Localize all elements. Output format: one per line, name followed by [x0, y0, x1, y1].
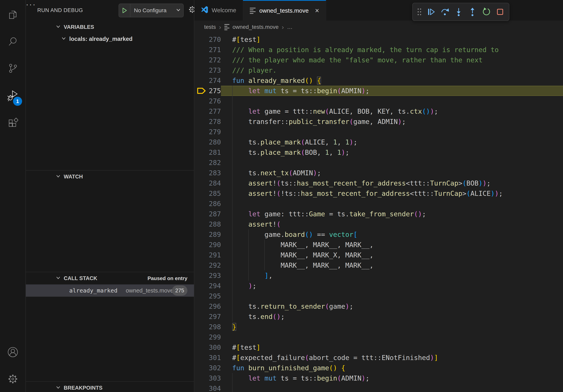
- breakpoint-gutter[interactable]: [194, 250, 209, 260]
- breakpoint-gutter[interactable]: [194, 270, 209, 281]
- line-number[interactable]: 272: [209, 55, 221, 65]
- breakpoint-gutter[interactable]: [194, 301, 209, 312]
- step-into-icon[interactable]: [452, 4, 465, 19]
- line-number[interactable]: 279: [209, 127, 221, 137]
- line-number[interactable]: 286: [209, 198, 221, 209]
- line-number[interactable]: 276: [209, 96, 221, 106]
- breakpoint-gutter[interactable]: [194, 229, 209, 240]
- line-number[interactable]: 294: [209, 281, 221, 291]
- step-over-icon[interactable]: [439, 4, 451, 19]
- breakpoint-gutter[interactable]: [194, 291, 209, 301]
- line-number[interactable]: 287: [209, 209, 221, 219]
- continue-icon[interactable]: [425, 4, 437, 19]
- breakpoint-gutter[interactable]: [194, 34, 209, 45]
- breakpoint-gutter[interactable]: [194, 198, 209, 209]
- line-number[interactable]: 293: [209, 270, 221, 281]
- tab-owned-tests-move[interactable]: owned_tests.move ×: [243, 0, 326, 21]
- debug-configuration-dropdown[interactable]: No Configura: [118, 3, 184, 17]
- code-editor[interactable]: 270#[test]271/// When a position is alre…: [194, 34, 563, 392]
- line-number[interactable]: 301: [209, 353, 221, 363]
- activity-account[interactable]: [0, 341, 26, 364]
- breakpoint-gutter[interactable]: [194, 75, 209, 86]
- activity-run-and-debug[interactable]: 1: [0, 84, 26, 108]
- line-number[interactable]: 300: [209, 342, 221, 353]
- section-header-variables[interactable]: VARIABLES: [26, 21, 194, 33]
- breakpoint-gutter[interactable]: [194, 332, 209, 342]
- breakpoint-gutter[interactable]: [194, 240, 209, 250]
- line-number[interactable]: 275: [209, 86, 221, 96]
- line-number[interactable]: 284: [209, 178, 221, 188]
- step-out-icon[interactable]: [466, 4, 479, 19]
- breakpoint-gutter[interactable]: [194, 219, 209, 229]
- call-stack-frame[interactable]: already_marked owned_tests.move 275: [26, 284, 194, 297]
- breakpoint-gutter[interactable]: [194, 168, 209, 178]
- line-number[interactable]: 296: [209, 301, 221, 312]
- line-number[interactable]: 302: [209, 363, 221, 373]
- run-icon[interactable]: [119, 7, 130, 14]
- stop-icon[interactable]: [494, 4, 506, 19]
- breakpoint-gutter[interactable]: [194, 157, 209, 168]
- breadcrumb-folder[interactable]: tests: [204, 24, 216, 30]
- breakpoint-gutter[interactable]: [194, 209, 209, 219]
- breadcrumb-file[interactable]: owned_tests.move: [232, 24, 279, 30]
- line-number[interactable]: 270: [209, 34, 221, 45]
- line-number[interactable]: 297: [209, 312, 221, 322]
- section-header-breakpoints[interactable]: BREAKPOINTS: [26, 382, 194, 392]
- breakpoint-gutter[interactable]: [194, 45, 209, 55]
- tab-welcome[interactable]: Welcome: [194, 0, 243, 21]
- breakpoint-gutter[interactable]: [194, 373, 209, 383]
- section-header-call-stack[interactable]: CALL STACK Paused on entry: [26, 273, 194, 284]
- breakpoint-gutter[interactable]: [194, 281, 209, 291]
- breakpoint-gutter[interactable]: [194, 260, 209, 270]
- breakpoint-gutter[interactable]: [194, 322, 209, 332]
- breakpoint-gutter[interactable]: [194, 147, 209, 157]
- toolbar-drag-grip[interactable]: [415, 4, 423, 19]
- line-number[interactable]: 277: [209, 106, 221, 117]
- line-number[interactable]: 292: [209, 260, 221, 270]
- breakpoint-gutter[interactable]: [194, 96, 209, 106]
- debug-stackframe-icon[interactable]: [194, 86, 209, 96]
- activity-settings[interactable]: [0, 367, 26, 391]
- breakpoint-gutter[interactable]: [194, 363, 209, 373]
- line-number[interactable]: 280: [209, 137, 221, 147]
- breadcrumb-symbol-more[interactable]: …: [287, 24, 293, 30]
- activity-explorer[interactable]: [0, 3, 26, 27]
- breakpoint-gutter[interactable]: [194, 188, 209, 198]
- line-number[interactable]: 281: [209, 147, 221, 157]
- line-number[interactable]: 289: [209, 229, 221, 240]
- breakpoint-gutter[interactable]: [194, 353, 209, 363]
- line-number[interactable]: 295: [209, 291, 221, 301]
- breakpoint-gutter[interactable]: [194, 127, 209, 137]
- line-number[interactable]: 303: [209, 373, 221, 383]
- breakpoint-gutter[interactable]: [194, 55, 209, 65]
- activity-extensions[interactable]: [0, 111, 26, 135]
- restart-icon[interactable]: [480, 4, 492, 19]
- breakpoint-gutter[interactable]: [194, 312, 209, 322]
- breakpoint-gutter[interactable]: [194, 383, 209, 392]
- line-number[interactable]: 291: [209, 250, 221, 260]
- breakpoint-gutter[interactable]: [194, 65, 209, 75]
- breakpoint-gutter[interactable]: [194, 106, 209, 117]
- activity-search[interactable]: [0, 30, 26, 54]
- more-actions-icon[interactable]: ···: [26, 0, 36, 9]
- line-number[interactable]: 283: [209, 168, 221, 178]
- line-number[interactable]: 278: [209, 117, 221, 127]
- line-number[interactable]: 304: [209, 383, 221, 392]
- activity-source-control[interactable]: [0, 57, 26, 80]
- line-number[interactable]: 298: [209, 322, 221, 332]
- line-number[interactable]: 299: [209, 332, 221, 342]
- breakpoint-gutter[interactable]: [194, 137, 209, 147]
- breakpoint-gutter[interactable]: [194, 342, 209, 353]
- close-icon[interactable]: ×: [315, 7, 319, 15]
- line-number[interactable]: 274: [209, 75, 221, 86]
- line-number[interactable]: 288: [209, 219, 221, 229]
- variables-scope-locals[interactable]: locals: already_marked: [26, 33, 194, 45]
- line-number[interactable]: 290: [209, 240, 221, 250]
- line-number[interactable]: 282: [209, 157, 221, 168]
- line-number[interactable]: 273: [209, 65, 221, 75]
- breakpoint-gutter[interactable]: [194, 117, 209, 127]
- line-number[interactable]: 271: [209, 45, 221, 55]
- section-header-watch[interactable]: WATCH: [26, 171, 194, 182]
- line-number[interactable]: 285: [209, 188, 221, 198]
- breakpoint-gutter[interactable]: [194, 178, 209, 188]
